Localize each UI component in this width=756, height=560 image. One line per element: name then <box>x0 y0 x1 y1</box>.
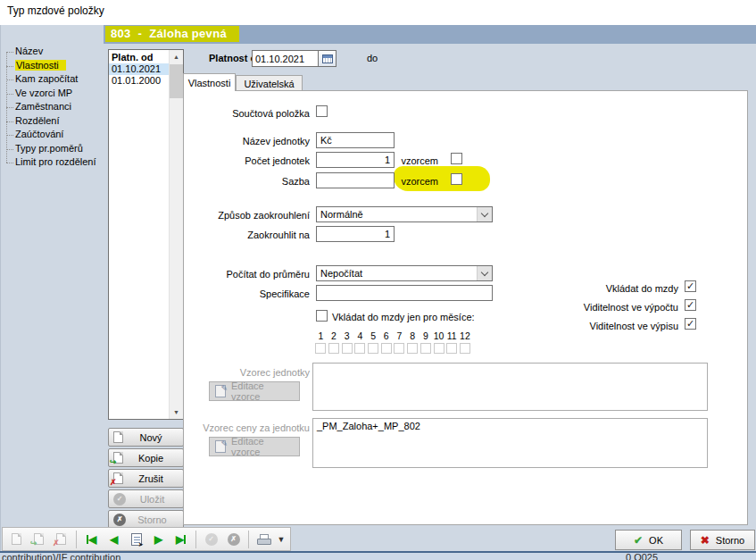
status-left-text: contribution)/IF contribution <box>2 552 120 560</box>
edit-unit-formula-button: Editace vzorce <box>209 381 300 401</box>
print-menu-caret-icon[interactable]: ▼ <box>276 529 287 549</box>
month-3-checkbox[interactable] <box>342 343 353 354</box>
delete-page-icon: ✗ <box>113 472 123 484</box>
sidebar-item-rozdeleni[interactable]: Rozdělení <box>4 114 104 129</box>
record-separator: - <box>131 27 150 40</box>
validity-list-scrollbar[interactable]: ▲ ▼ <box>169 50 183 419</box>
months-only-checkbox[interactable] <box>316 310 328 322</box>
delete-button[interactable]: ✗ Zrušit <box>108 469 184 488</box>
visible-in-calc-label: Viditelnost ve výpočtu <box>500 302 678 313</box>
scroll-down-icon[interactable]: ▼ <box>170 405 183 419</box>
chevron-down-icon <box>477 207 492 221</box>
month-9-checkbox[interactable] <box>420 343 431 354</box>
storno-x-icon: ✖ <box>701 534 710 547</box>
print-icon[interactable] <box>253 529 274 549</box>
month-5-checkbox[interactable] <box>368 343 378 354</box>
record-list-icon[interactable] <box>126 529 146 549</box>
new-button[interactable]: Nový <box>108 428 184 447</box>
window-title: Typ mzdové položky <box>7 4 104 17</box>
rate-label: Sazba <box>184 176 310 187</box>
edit-formula-icon <box>215 385 226 397</box>
unit-formula-textarea[interactable] <box>312 363 708 411</box>
price-formula-label: Vzorec ceny za jednotku <box>184 422 310 433</box>
sidebar-item-zamestnanci[interactable]: Zaměstnanci <box>4 100 104 114</box>
visible-in-calc-checkbox[interactable] <box>685 299 696 311</box>
sidebar-item-zauctovani[interactable]: Zaúčtování <box>4 128 104 142</box>
rate-formula-label: vzorcem <box>362 176 438 187</box>
validity-from-input[interactable] <box>252 50 319 67</box>
month-12-checkbox[interactable] <box>460 343 470 354</box>
average-select[interactable]: Nepočítat <box>316 265 493 281</box>
sidebar-item-typy-pr-pomeru[interactable]: Typy pr.poměrů <box>4 142 104 156</box>
record-name: Záloha pevná <box>149 27 227 40</box>
unit-count-label: Počet jednotek <box>184 155 310 166</box>
wage-item-dialog: 803-Záloha pevná Název Vlastnosti Kam za… <box>0 25 756 551</box>
sidebar-item-vlastnosti[interactable]: Vlastnosti <box>4 59 104 73</box>
status-right-text: 0 O025 <box>626 552 658 560</box>
rounding-method-select[interactable]: Normálně <box>316 206 493 222</box>
scroll-up-icon[interactable]: ▲ <box>170 50 183 63</box>
tab-uzivatelska[interactable]: Uživatelská <box>236 75 303 91</box>
month-checkbox-grid: 1 2 3 4 5 6 7 8 9 10 11 12 <box>314 330 471 354</box>
month-8-checkbox[interactable] <box>407 343 418 354</box>
rounding-method-label: Způsob zaokrouhlení <box>184 210 310 221</box>
round-to-label: Zaokrouhlit na <box>184 230 310 240</box>
month-cell: 4 <box>353 330 367 354</box>
month-cell: 1 <box>314 330 328 354</box>
visible-in-report-label: Viditelnost ve výpisu <box>500 321 678 331</box>
last-record-icon[interactable]: ▶ <box>170 529 191 549</box>
record-toolbar: ↪ ✗ ◀ ◀ ▶ ▶ ✓ ✗ ▼ <box>2 527 291 551</box>
calendar-icon <box>322 54 333 63</box>
rate-formula-checkbox[interactable] <box>451 173 462 185</box>
average-label: Počítat do průměru <box>184 269 310 280</box>
storno-button[interactable]: ✖ Storno <box>690 530 755 550</box>
calendar-button[interactable] <box>318 50 336 67</box>
month-cell: 11 <box>445 330 459 354</box>
delete-record-icon: ✗ <box>51 529 71 549</box>
ok-button[interactable]: ✔ OK <box>615 530 682 550</box>
month-1-checkbox[interactable] <box>315 343 326 354</box>
record-header-highlight: 803-Záloha pevná <box>105 26 239 42</box>
month-6-checkbox[interactable] <box>381 343 392 354</box>
properties-tab-panel: Součtová položka Název jednotky Počet je… <box>183 90 748 525</box>
first-record-icon[interactable]: ◀ <box>81 529 102 549</box>
validity-history-list: Platn. od 01.10.2021 01.01.2000 ▲ ▼ <box>108 49 184 420</box>
month-cell: 2 <box>328 330 341 354</box>
month-7-checkbox[interactable] <box>394 343 404 354</box>
sum-item-checkbox[interactable] <box>316 105 328 117</box>
visible-in-report-checkbox[interactable] <box>685 318 696 330</box>
insert-to-wage-checkbox[interactable] <box>685 280 696 292</box>
previous-record-icon[interactable]: ◀ <box>104 529 124 549</box>
cancel-x-icon: ✗ <box>113 514 126 526</box>
price-formula-textarea[interactable]: _PM_Zaloha+_MP_802 <box>312 418 708 468</box>
copy-button[interactable]: ↪ Kopie <box>108 448 184 467</box>
sum-item-label: Součtová položka <box>184 108 310 119</box>
unit-count-formula-checkbox[interactable] <box>451 153 462 164</box>
scrollbar-thumb[interactable] <box>170 64 183 98</box>
section-tree: Název Vlastnosti Kam započítat Ve vzorci… <box>4 45 104 170</box>
insert-to-wage-label: Vkládat do mzdy <box>500 283 678 294</box>
month-10-checkbox[interactable] <box>434 343 444 354</box>
sidebar-item-limit-pro-rozdeleni[interactable]: Limit pro rozdělení <box>4 155 104 170</box>
save-record-icon: ✓ <box>201 529 221 549</box>
month-cell: 6 <box>379 330 393 354</box>
next-record-icon[interactable]: ▶ <box>148 529 169 549</box>
cancel-edit-button: ✗ Storno <box>108 510 184 529</box>
sidebar-item-kam-zapocitat[interactable]: Kam započítat <box>4 72 104 87</box>
tab-vlastnosti[interactable]: Vlastnosti <box>183 73 236 91</box>
sidebar-item-nazev[interactable]: Název <box>4 45 104 59</box>
round-to-input[interactable] <box>316 226 395 242</box>
month-11-checkbox[interactable] <box>446 343 457 354</box>
specification-input[interactable] <box>316 285 493 301</box>
month-cell: 9 <box>420 330 433 354</box>
sidebar-item-ve-vzorci-mp[interactable]: Ve vzorci MP <box>4 87 104 101</box>
month-cell: 10 <box>432 330 445 354</box>
toolbar-separator <box>195 531 196 548</box>
edit-price-formula-button: Editace vzorce <box>209 437 300 456</box>
month-4-checkbox[interactable] <box>354 343 365 354</box>
month-cell: 5 <box>367 330 380 354</box>
months-only-label: Vkládat do mzdy jen pro měsíce: <box>332 312 502 322</box>
unit-name-input[interactable] <box>316 132 395 148</box>
month-2-checkbox[interactable] <box>328 343 339 354</box>
toolbar-separator <box>248 531 249 548</box>
